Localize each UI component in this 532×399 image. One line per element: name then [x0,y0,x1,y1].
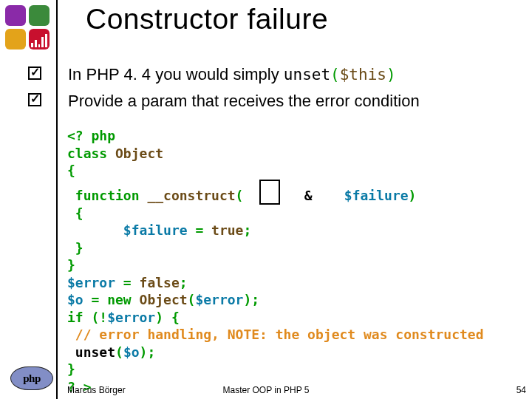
code-inline: ( [330,66,340,83]
t: ); [140,344,156,360]
t: ) [409,188,417,203]
t: ); [243,292,259,307]
code-inline: $this [340,66,386,83]
bullet-text: Provide a param that receives the error … [68,92,420,111]
t: $o [67,292,92,307]
t: = [195,222,211,238]
t: ( [188,292,196,307]
text: In PHP 4. 4 you would simply [68,65,284,83]
t: $error [67,275,123,290]
t: // error handling, NOTE: the object was … [75,327,484,342]
t: unset [75,344,115,360]
t: { [75,205,83,221]
checkbox-icon [28,66,41,80]
logo-square-red [29,29,50,50]
t: $error [195,292,243,307]
t: & [304,188,313,203]
t: } [75,240,83,256]
footer-title: Master OOP in PHP 5 [0,385,532,395]
logo-square-purple [5,5,26,26]
t: } [67,257,75,273]
t: $failure [123,222,196,238]
bullet-text: In PHP 4. 4 you would simply unset($this… [68,65,396,84]
bullet-item: In PHP 4. 4 you would simply unset($this… [28,65,516,89]
t: Object [140,292,188,307]
bullet-item: Provide a param that receives the error … [28,92,516,115]
placeholder-glyph [259,180,280,205]
t: $error [107,310,155,325]
t: } [67,361,75,377]
code-block: <? php class Object { function __constru… [67,127,524,395]
logo-grid [4,4,53,53]
code-inline: unset [284,66,330,83]
t: $o [123,344,140,360]
t: { [67,163,75,178]
code-line: <? php [67,128,115,143]
t: = new [92,292,140,307]
t: __construct [147,188,235,203]
logo-square-green [29,5,50,26]
footer-page-number: 54 [516,385,526,395]
bars-icon [31,31,47,47]
t: $failure [344,188,409,203]
t: if (! [67,310,107,325]
checkbox-icon [28,93,41,106]
t: ) { [155,310,180,325]
slide: php Constructor failure In PHP 4. 4 you … [0,0,532,399]
slide-title: Constructor failure [86,3,514,35]
t: Object [115,146,163,161]
bullet-list: In PHP 4. 4 you would simply unset($this… [28,65,516,118]
left-sidebar: php [0,0,58,399]
t: ( [236,188,244,203]
t: ( [115,344,123,360]
t: true [211,222,243,238]
logo-square-yellow [5,29,26,50]
t: false [140,275,180,290]
code-inline: ) [386,66,396,83]
t: ; [180,275,188,290]
t: class [67,146,115,161]
t: function [75,188,148,203]
t: ; [243,222,251,238]
t: = [123,275,140,290]
